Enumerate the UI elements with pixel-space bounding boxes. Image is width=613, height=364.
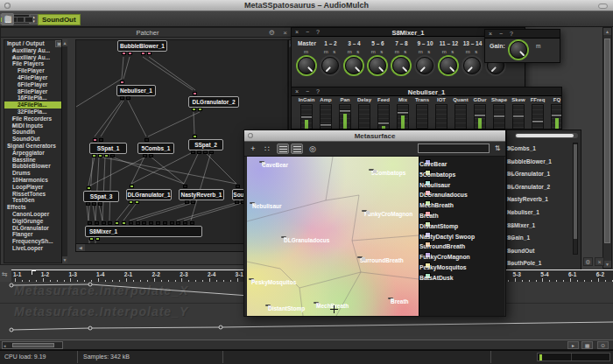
slider-handle[interactable] — [493, 115, 505, 118]
param-slider[interactable] — [377, 104, 390, 130]
output-port[interactable] — [235, 200, 239, 204]
output-port[interactable] — [92, 154, 96, 158]
node-s8mixer-1[interactable]: S8Mixer_1 — [85, 226, 202, 237]
slider-handle[interactable] — [474, 114, 486, 117]
mute-solo-buttons[interactable]: m s — [461, 49, 484, 54]
node-nebuliser-1[interactable]: Nebuliser_1 — [116, 85, 156, 96]
tree-item-fileplayer[interactable]: FilePlayer — [4, 67, 67, 74]
param-slider[interactable] — [320, 104, 332, 130]
input-port[interactable] — [163, 221, 167, 225]
output-port[interactable] — [197, 150, 201, 154]
node-bubbleblower-1[interactable]: BubbleBlower_1 — [117, 40, 167, 52]
channel-knob[interactable] — [416, 57, 433, 74]
output-port[interactable] — [122, 52, 126, 55]
scroll-thumb[interactable] — [604, 38, 610, 243]
snapshot-item-peskymosquitos[interactable]: PeskyMosquitos — [419, 262, 504, 273]
input-port[interactable] — [99, 138, 103, 142]
output-port[interactable] — [191, 200, 195, 204]
panel-close-icon[interactable]: × — [595, 257, 604, 266]
output-port[interactable] — [86, 202, 90, 206]
tree-item-loopplayer[interactable]: LoopPlayer — [4, 184, 67, 191]
surface-snapshot-5combatops[interactable]: 5Combatops — [369, 169, 374, 171]
surface-snapshot-peskymosquitos[interactable]: PeskyMosquitos — [249, 278, 254, 280]
main-vscrollbar[interactable]: ▲ ▼ — [602, 27, 612, 269]
tree-item-24filepla-[interactable]: 24FilePla... — [4, 102, 67, 108]
tree-item-4fileplayer[interactable]: 4FilePlayer — [4, 74, 67, 81]
input-port[interactable] — [149, 221, 153, 225]
input-port[interactable] — [95, 221, 99, 225]
tree-item-bubbleblower[interactable]: BubbleBlower — [4, 163, 67, 170]
slider-handle[interactable] — [532, 120, 544, 123]
tree-item-8fileplayer[interactable]: 8FilePlayer — [4, 88, 67, 95]
mute-solo-buttons[interactable]: m s — [319, 49, 342, 54]
tree-item-livelooper[interactable]: LiveLooper — [4, 245, 67, 252]
param-slider[interactable] — [454, 104, 467, 130]
scroll-left-icon[interactable]: ◂ — [4, 343, 6, 348]
mute-solo-buttons[interactable]: m s — [366, 49, 390, 54]
output-port[interactable] — [198, 108, 202, 111]
node-sspat-2[interactable]: SSpat_2 — [188, 139, 223, 150]
history-icon[interactable]: ◎ — [306, 144, 319, 154]
contraption-item-nebuliser-1[interactable]: ▶×Nebuliser_1 — [507, 206, 581, 220]
output-port[interactable] — [129, 200, 133, 204]
channel-knob[interactable] — [463, 57, 481, 74]
mute-solo-buttons[interactable]: m s — [390, 49, 413, 54]
input-port[interactable] — [130, 185, 134, 188]
tree-item-file-players[interactable]: ▼File Players — [4, 60, 67, 67]
input-port[interactable] — [190, 221, 194, 225]
output-port[interactable] — [92, 202, 96, 206]
scroll-thumb[interactable] — [12, 343, 54, 347]
mute-solo-buttons[interactable]: m s — [413, 49, 437, 54]
slider-handle[interactable] — [339, 109, 351, 113]
snapshot-item-funkycromagnon[interactable]: FunkyCroMagnon — [419, 252, 504, 262]
power-icon[interactable]: ⊙ — [2, 13, 14, 25]
param-slider[interactable] — [551, 104, 562, 130]
output-port[interactable] — [203, 150, 208, 154]
param-slider[interactable] — [397, 104, 409, 130]
patcher-close-icon[interactable]: × — [283, 29, 287, 37]
snapshot-search-input[interactable] — [418, 144, 490, 153]
surface-snapshot-surroundbreath[interactable]: SurroundBreath — [357, 256, 363, 258]
snapshot-item-5combatops[interactable]: 5Combatops — [419, 170, 504, 180]
input-port[interactable] — [183, 221, 187, 225]
input-port[interactable] — [142, 221, 146, 225]
tree-item-16filepla-[interactable]: 16FilePla... — [4, 94, 67, 102]
contraptions-vscrollbar[interactable] — [573, 143, 578, 255]
param-slider[interactable] — [512, 104, 525, 130]
contraption-item-southpole-1[interactable]: ▶×SouthPole_1 — [507, 257, 581, 270]
input-port[interactable] — [193, 92, 197, 95]
output-port[interactable] — [89, 237, 94, 241]
input-port[interactable] — [102, 221, 106, 225]
tree-item-testgen[interactable]: TestGen — [4, 197, 67, 204]
tree-item-rissettones[interactable]: RissetTones — [4, 191, 67, 198]
contraption-item-bubbleblower-1[interactable]: ▶×BubbleBlower_1 — [507, 156, 581, 169]
output-port[interactable] — [98, 202, 102, 206]
follow-playback-icon[interactable]: ▸ — [567, 341, 579, 349]
snapshot-item-surroundbreath[interactable]: SurroundBreath — [419, 242, 504, 252]
input-port[interactable] — [93, 138, 97, 142]
slider-handle[interactable] — [320, 123, 332, 127]
slider-handle[interactable] — [377, 122, 390, 125]
tree-item-digigrunge[interactable]: DigiGrunge — [4, 218, 67, 225]
surface-cursor[interactable] — [330, 309, 338, 310]
output-port[interactable] — [120, 96, 124, 100]
surface-snapshot-dlgranuladocus[interactable]: DLGranuladocus — [281, 236, 286, 238]
input-port[interactable] — [156, 221, 160, 225]
input-port[interactable] — [120, 80, 124, 84]
tree-item-canonlooper[interactable]: CanonLooper — [4, 211, 67, 218]
automation-point[interactable] — [219, 326, 222, 329]
snapshot-item-nastydactyl-swoop[interactable]: NastyDactyl Swoop — [419, 232, 504, 242]
tree-item-drums[interactable]: Drums — [4, 170, 67, 177]
slider-handle[interactable] — [512, 115, 525, 118]
input-port[interactable] — [122, 221, 126, 225]
tree-item-signal-generators[interactable]: ▼Signal Generators — [4, 143, 67, 150]
scroll-up-icon[interactable]: ▲ — [603, 28, 611, 35]
node-dlgranulator-2[interactable]: DLGranulator_2 — [188, 96, 239, 108]
output-port[interactable] — [110, 154, 115, 158]
input-port[interactable] — [129, 221, 133, 225]
input-port[interactable] — [193, 135, 197, 138]
contraption-item-s8mixer-1[interactable]: ▶×S8Mixer_1 — [507, 220, 581, 233]
output-port[interactable] — [191, 150, 195, 154]
contraption-item-dlgranulator-2[interactable]: ▶×DLGranulator_2 — [507, 181, 581, 194]
output-port[interactable] — [135, 200, 139, 204]
